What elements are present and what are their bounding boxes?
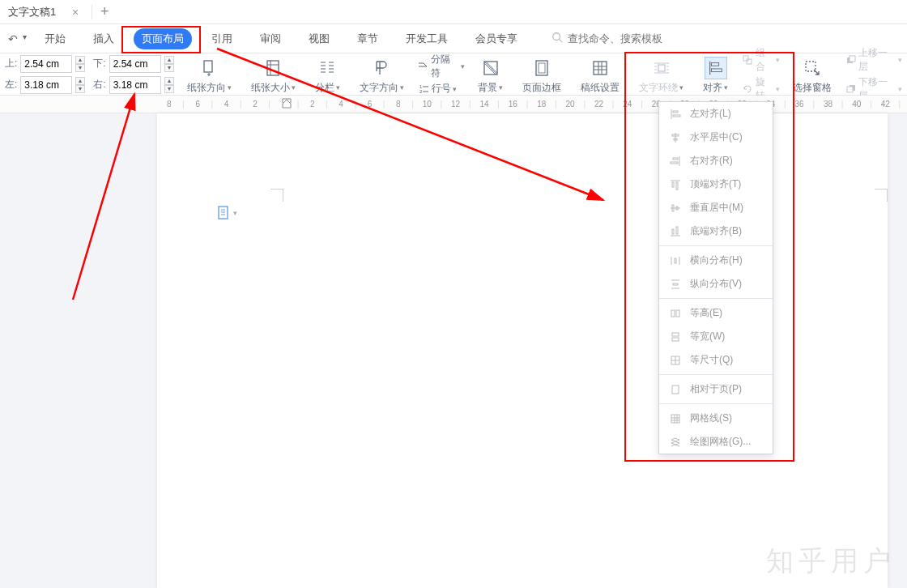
align-menu-distribute-h[interactable]: 横向分布(H) — [659, 249, 773, 272]
margin-left-input[interactable] — [20, 76, 72, 94]
columns-icon — [316, 57, 339, 79]
ruler-tick: 12 — [449, 100, 463, 109]
search-input[interactable] — [568, 32, 681, 45]
break-icon — [417, 60, 430, 73]
spinner[interactable]: ▴▾ — [75, 56, 85, 72]
align-menu-align-left[interactable]: 左对齐(L) — [659, 102, 773, 126]
menu-item-label: 顶端对齐(T) — [690, 177, 741, 191]
line-number-button[interactable]: 12 行号▾ — [417, 82, 465, 96]
ruler-tick: 16 — [506, 100, 521, 109]
svg-rect-53 — [671, 162, 678, 164]
svg-rect-56 — [676, 182, 678, 190]
ruler-tick: 8 — [391, 100, 406, 109]
menu-tab-5[interactable]: 视图 — [300, 28, 338, 49]
menu-tab-7[interactable]: 开发工具 — [398, 28, 456, 49]
menu-item-label: 纵向分布(V) — [690, 277, 742, 291]
manuscript-button[interactable]: 稿纸设置 — [574, 54, 626, 95]
selection-pane-icon — [801, 57, 824, 79]
margin-right-input[interactable] — [109, 76, 161, 94]
arrange-mini-group: 组合▾ 旋转▾ — [741, 46, 780, 103]
linenum-icon: 12 — [417, 83, 430, 96]
ruler-tick: 14 — [477, 100, 492, 109]
menu-separator — [659, 403, 773, 404]
ruler-tick: 24 — [620, 100, 635, 109]
menu-tab-1[interactable]: 插入 — [85, 28, 122, 49]
quick-more-icon[interactable]: ▾ — [23, 32, 27, 45]
ruler-tick: 36 — [792, 100, 807, 109]
group-icon — [741, 53, 754, 66]
draw-grid-icon — [669, 436, 682, 449]
page-orientation-button[interactable]: 纸张方向▾ — [181, 54, 238, 95]
menu-tab-3[interactable]: 引用 — [203, 28, 241, 49]
page[interactable]: ▾ — [157, 113, 888, 588]
align-button[interactable]: 对齐▾ — [696, 54, 735, 95]
align-menu-align-vcenter[interactable]: 垂直居中(M) — [659, 196, 773, 219]
spinner[interactable]: ▴▾ — [75, 77, 85, 93]
align-menu-equal-h[interactable]: 等高(E) — [659, 301, 773, 325]
menu-item-label: 水平居中(C) — [690, 130, 743, 144]
align-dropdown: 左对齐(L)水平居中(C)右对齐(R)顶端对齐(T)垂直居中(M)底端对齐(B)… — [658, 101, 773, 454]
menu-separator — [659, 374, 773, 375]
text-direction-button[interactable]: 文字方向▾ — [353, 54, 411, 95]
document-tab[interactable]: 文字文稿1 × — [0, 0, 87, 24]
menu-item-label: 左对齐(L) — [690, 107, 731, 121]
breaks-button[interactable]: 分隔符▾ — [417, 53, 465, 80]
align-menu-align-right[interactable]: 右对齐(R) — [659, 149, 773, 173]
quick-access: ↶ ▾ — [8, 32, 27, 45]
document-options-button[interactable]: ▾ — [217, 206, 237, 220]
align-menu-equal-w[interactable]: 等宽(W) — [659, 325, 773, 348]
spinner[interactable]: ▴▾ — [164, 56, 174, 72]
search-box[interactable] — [551, 32, 681, 45]
menu-item-label: 绘图网格(G)... — [690, 435, 751, 449]
indent-marker[interactable] — [282, 98, 292, 113]
undo-icon[interactable]: ↶ — [8, 32, 18, 45]
svg-rect-24 — [658, 65, 665, 71]
align-menu-align-bottom[interactable]: 底端对齐(B) — [659, 219, 773, 243]
menu-tabs: 开始插入页面布局引用审阅视图章节开发工具会员专享 — [36, 28, 526, 49]
margin-bottom-input[interactable] — [109, 55, 161, 73]
menu-item-label: 相对于页(P) — [690, 382, 742, 396]
align-menu-draw-grid[interactable]: 绘图网格(G)... — [659, 430, 773, 454]
align-vcenter-icon — [669, 202, 682, 215]
margin-group: 上: ▴▾ 下: ▴▾ 左: ▴▾ 右: ▴▾ — [5, 55, 174, 94]
menu-item-label: 横向分布(H) — [690, 254, 743, 267]
menu-item-label: 等宽(W) — [690, 330, 725, 343]
ruler-tick: 6 — [363, 100, 377, 109]
svg-text:2: 2 — [419, 89, 423, 94]
align-top-icon — [669, 178, 682, 191]
menu-tab-8[interactable]: 会员专享 — [467, 28, 526, 49]
svg-line-1 — [560, 40, 563, 43]
svg-rect-52 — [673, 158, 678, 160]
align-menu-grid[interactable]: 网格线(S) — [659, 407, 773, 430]
columns-button[interactable]: 分栏▾ — [309, 54, 347, 95]
menu-item-label: 底端对齐(B) — [690, 224, 742, 238]
ruler-tick: 22 — [592, 100, 607, 109]
background-button[interactable]: 背景▾ — [471, 54, 509, 95]
selection-pane-button[interactable]: 选择窗格 — [786, 54, 838, 95]
align-menu-relative-page[interactable]: 相对于页(P) — [659, 377, 773, 401]
page-border-button[interactable]: 页面边框 — [516, 54, 568, 95]
margin-corner-icon — [875, 189, 888, 202]
align-menu-align-hcenter[interactable]: 水平居中(C) — [659, 126, 773, 149]
spinner[interactable]: ▴▾ — [164, 77, 174, 93]
page-size-button[interactable]: 纸张大小▾ — [245, 54, 302, 95]
margin-top-input[interactable] — [20, 55, 72, 73]
new-tab-button[interactable]: + — [92, 0, 117, 24]
menu-tab-0[interactable]: 开始 — [36, 28, 74, 49]
svg-rect-3 — [267, 61, 279, 75]
close-tab-icon[interactable]: × — [72, 6, 79, 19]
backward-icon — [845, 83, 858, 96]
tab-title: 文字文稿1 — [8, 5, 56, 19]
margin-left-label: 左: — [5, 78, 17, 92]
align-menu-align-top[interactable]: 顶端对齐(T) — [659, 173, 773, 196]
svg-rect-69 — [671, 310, 675, 317]
align-menu-equal-size[interactable]: 等尺寸(Q) — [659, 348, 773, 372]
menu-tab-2[interactable]: 页面布局 — [134, 28, 192, 49]
ribbon: 上: ▴▾ 下: ▴▾ 左: ▴▾ 右: ▴▾ 纸张方向▾ 纸张大小▾ 分栏▾ … — [0, 53, 907, 96]
menu-tab-6[interactable]: 章节 — [349, 28, 386, 49]
grid-icon — [669, 412, 682, 425]
forward-icon — [845, 53, 858, 66]
menu-tab-4[interactable]: 审阅 — [252, 28, 289, 49]
align-menu-distribute-v[interactable]: 纵向分布(V) — [659, 272, 773, 296]
ruler-tick: 4 — [219, 100, 234, 109]
